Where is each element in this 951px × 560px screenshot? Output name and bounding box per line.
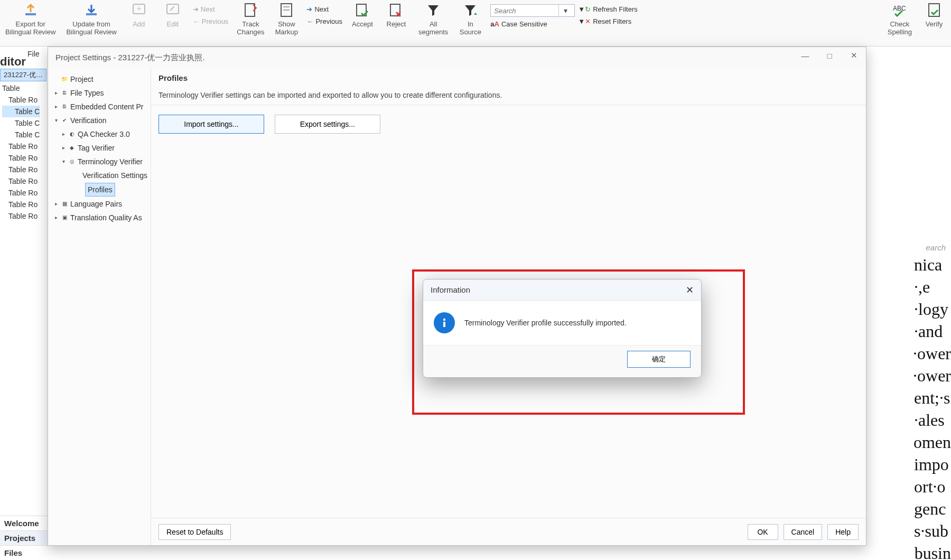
doc-tree-node[interactable]: Table Ro <box>2 152 40 164</box>
cancel-button[interactable]: Cancel <box>784 524 823 540</box>
tree-node-translation-quality-as[interactable]: ▸▣Translation Quality As <box>50 211 148 225</box>
info-title: Information <box>431 285 470 294</box>
settings-tree[interactable]: 📁Project▸🗎File Types▸🗎Embedded Content P… <box>48 68 151 545</box>
expand-icon: ▸ <box>61 128 66 141</box>
all-segments-button[interactable]: All segments <box>413 2 453 36</box>
expand-icon: ▸ <box>61 142 66 154</box>
update-bilingual-button[interactable]: Update fromBilingual Review <box>61 2 122 36</box>
next-change-button[interactable]: ➔Next <box>303 4 346 14</box>
edit-icon <box>164 2 182 18</box>
spellcheck-icon: ABC <box>891 2 909 18</box>
node-icon: ✔ <box>61 117 68 124</box>
doc-tree-node[interactable]: Table Ro <box>2 210 40 222</box>
add-icon: + <box>130 2 148 18</box>
search-dropdown-button[interactable]: ▾ <box>558 5 572 16</box>
track-changes-button[interactable]: Track Changes <box>231 2 269 36</box>
doc-tree-node[interactable]: Table Ro <box>2 187 40 199</box>
prev-change-button[interactable]: ←Previous <box>303 16 346 26</box>
svg-point-13 <box>443 319 445 321</box>
document-structure-tree[interactable]: TableTable RoTable CTable CTable CTable … <box>2 82 40 222</box>
expand-icon: ▾ <box>61 155 66 168</box>
file-label: File <box>27 50 40 58</box>
node-label: Embedded Content Pr <box>70 100 144 113</box>
maximize-button[interactable]: □ <box>817 47 842 64</box>
doc-tree-node[interactable]: Table Ro <box>2 164 40 175</box>
doc-tree-node[interactable]: Table Ro <box>2 141 40 152</box>
projects-tab[interactable]: Projects <box>0 530 48 545</box>
info-close-button[interactable]: ✕ <box>683 284 696 296</box>
info-titlebar[interactable]: Information ✕ <box>423 279 701 301</box>
doc-tree-node[interactable]: Table Ro <box>2 94 40 106</box>
node-icon <box>74 172 80 179</box>
case-sensitive-toggle[interactable]: aACase Sensitive <box>490 20 575 28</box>
import-settings-button[interactable]: Import settings... <box>158 115 264 134</box>
info-icon <box>434 312 455 333</box>
tree-node-language-pairs[interactable]: ▸▦Language Pairs <box>50 197 148 211</box>
verify-icon <box>925 2 943 18</box>
change-nav: ➔Next ←Previous <box>303 2 346 26</box>
tree-node-embedded-content-pr[interactable]: ▸🗎Embedded Content Pr <box>50 100 148 114</box>
node-label: Terminology Verifier <box>78 155 143 168</box>
arrow-left-icon: ← <box>306 17 313 25</box>
accept-icon <box>353 2 371 18</box>
tree-node-verification-settings[interactable]: Verification Settings <box>50 169 148 182</box>
search-box[interactable]: ▾ <box>490 4 575 17</box>
welcome-tab[interactable]: Welcome <box>0 516 48 530</box>
node-icon <box>76 186 83 193</box>
tree-node-profiles[interactable]: Profiles <box>50 182 148 197</box>
doc-tree-node[interactable]: Table C <box>2 117 40 129</box>
search-input[interactable] <box>491 7 558 15</box>
node-icon: ◎ <box>68 158 76 165</box>
node-label: QA Checker 3.0 <box>78 128 130 141</box>
show-markup-button[interactable]: Show Markup <box>269 2 303 36</box>
ribbon: Export forBilingual Review Update fromBi… <box>0 0 951 46</box>
ok-button[interactable]: OK <box>748 524 778 540</box>
tree-node-verification[interactable]: ▾✔Verification <box>50 114 148 127</box>
arrow-right-icon: ➔ <box>193 5 199 13</box>
doc-tree-node[interactable]: Table Ro <box>2 175 40 187</box>
in-source-button[interactable]: In Source <box>453 2 487 36</box>
tree-node-terminology-verifier[interactable]: ▾◎Terminology Verifier <box>50 155 148 169</box>
funnel-up-icon <box>461 2 479 18</box>
tree-node-qa-checker-3-0[interactable]: ▸◐QA Checker 3.0 <box>50 127 148 141</box>
info-ok-button[interactable]: 确定 <box>627 351 691 368</box>
svg-rect-14 <box>443 322 445 327</box>
doc-tree-node[interactable]: Table C <box>2 106 40 117</box>
add-comment-button[interactable]: + Add <box>122 2 156 28</box>
doc-tree-node[interactable]: Table <box>2 82 40 94</box>
export-icon <box>22 2 40 18</box>
files-tab[interactable]: Files <box>0 545 48 560</box>
dialog-titlebar[interactable]: Project Settings - 231227-优一力营业执照. — □ ✕ <box>48 47 866 68</box>
doc-tree-node[interactable]: Table C <box>2 129 40 141</box>
case-icon: aA <box>490 20 499 28</box>
help-button[interactable]: Help <box>827 524 859 540</box>
export-settings-button[interactable]: Export settings... <box>275 115 380 134</box>
minimize-button[interactable]: — <box>793 47 817 64</box>
reset-defaults-button[interactable]: Reset to Defaults <box>158 524 231 540</box>
node-label: Language Pairs <box>70 198 122 210</box>
check-spelling-button[interactable]: ABC Check Spelling <box>882 2 917 36</box>
node-icon: 📁 <box>61 76 68 83</box>
edit-comment-button[interactable]: Edit <box>156 2 190 28</box>
close-button[interactable]: ✕ <box>842 47 866 64</box>
prev-comment-button[interactable]: ←Previous <box>190 16 232 26</box>
next-comment-button[interactable]: ➔Next <box>190 4 232 14</box>
expand-icon: ▸ <box>53 100 59 113</box>
tree-node-file-types[interactable]: ▸🗎File Types <box>50 86 148 100</box>
document-tab[interactable]: 231227-优… <box>0 69 46 81</box>
svg-rect-1 <box>86 13 97 15</box>
node-icon: 🗎 <box>61 103 68 110</box>
node-label: Translation Quality As <box>70 211 142 224</box>
node-label: File Types <box>70 87 104 99</box>
export-bilingual-button[interactable]: Export forBilingual Review <box>0 2 61 36</box>
accept-button[interactable]: Accept <box>346 2 379 28</box>
tree-node-project[interactable]: 📁Project <box>50 72 148 86</box>
verify-button[interactable]: Verify <box>917 2 951 28</box>
editor-heading: ditor <box>0 55 26 69</box>
reset-filters-button[interactable]: ▼✕Reset Filters <box>578 17 637 25</box>
reject-button[interactable]: Reject <box>379 2 413 28</box>
tree-node-tag-verifier[interactable]: ▸◆Tag Verifier <box>50 141 148 155</box>
doc-tree-node[interactable]: Table Ro <box>2 199 40 210</box>
right-search-hint: earch <box>926 243 946 252</box>
refresh-filters-button[interactable]: ▼↻Refresh Filters <box>578 5 637 13</box>
